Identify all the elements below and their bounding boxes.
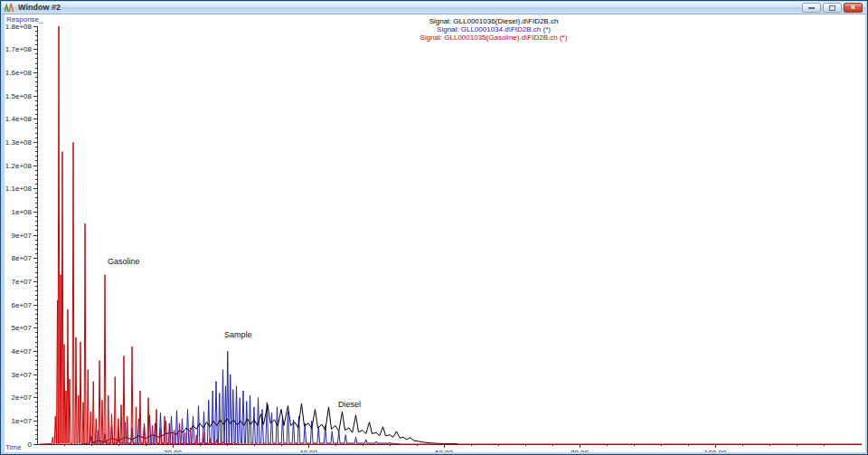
legend-signal-3: Signal: GLL0001035(Gasoline).d\FID2B.ch … bbox=[313, 33, 675, 42]
y-tick-label: 9e+07 bbox=[12, 232, 33, 240]
peak-label-sample: Sample bbox=[224, 330, 252, 339]
y-tick-label: 1.7e+08 bbox=[5, 45, 33, 53]
minimize-icon bbox=[808, 7, 815, 9]
legend-signal-2: Signal: GLL0001034.d\FID2B.ch (*) bbox=[313, 25, 675, 33]
y-tick-label: 5e+07 bbox=[12, 324, 33, 332]
y-tick-label: 1e+08 bbox=[12, 208, 33, 216]
y-tick-label: 1.5e+08 bbox=[5, 92, 33, 100]
x-tick-label: 40.00 bbox=[299, 449, 318, 452]
minimize-button[interactable] bbox=[802, 3, 821, 13]
peak-label-diesel: Diesel bbox=[338, 400, 361, 409]
window-title: Window #2 bbox=[18, 2, 802, 14]
mdi-child-window: Window #2 × 01e+072e+073e+074e+075e+076e… bbox=[0, 0, 868, 455]
x-tick-label: 80.00 bbox=[571, 449, 590, 452]
y-tick-label: 8e+07 bbox=[12, 254, 33, 262]
peak-label-gasoline: Gasoline bbox=[108, 257, 140, 266]
x-axis-title: Time bbox=[5, 443, 23, 451]
trace-gasoline bbox=[40, 26, 862, 444]
close-icon: × bbox=[851, 4, 855, 12]
y-tick-label: 7e+07 bbox=[12, 278, 33, 286]
maximize-button[interactable] bbox=[823, 3, 842, 13]
signal-legend: Signal: GLL0001036(Diesel).d\FID2B.chSig… bbox=[313, 17, 675, 42]
y-axis-title: Response_ bbox=[6, 15, 42, 24]
y-tick-label: 1e+07 bbox=[12, 417, 33, 425]
x-tick-label: 20.00 bbox=[164, 449, 183, 452]
y-tick-label: 0 bbox=[28, 441, 33, 449]
x-tick-label: 60.00 bbox=[435, 449, 454, 452]
y-tick-label: 6e+07 bbox=[12, 301, 33, 309]
y-tick-label: 1.6e+08 bbox=[5, 69, 33, 77]
y-tick-label: 3e+07 bbox=[12, 371, 33, 379]
y-tick-label: 4e+07 bbox=[12, 347, 33, 355]
chromatogram-peaks-icon[interactable] bbox=[5, 3, 14, 13]
x-tick-label: 100.00 bbox=[704, 449, 727, 452]
y-tick-label: 1.3e+08 bbox=[5, 138, 33, 147]
title-bar[interactable]: Window #2 × bbox=[2, 2, 866, 14]
close-button[interactable]: × bbox=[844, 3, 863, 13]
window-controls: × bbox=[802, 3, 863, 13]
y-tick-label: 1.1e+08 bbox=[5, 185, 33, 193]
y-tick-label: 2e+07 bbox=[12, 393, 33, 402]
trace-diesel bbox=[91, 403, 458, 444]
trace-sample bbox=[81, 351, 401, 444]
chart-area: 01e+072e+073e+074e+075e+076e+077e+078e+0… bbox=[5, 14, 865, 452]
legend-signal-1: Signal: GLL0001036(Diesel).d\FID2B.ch bbox=[313, 17, 675, 25]
y-tick-label: 1.2e+08 bbox=[5, 162, 33, 170]
plot-canvas[interactable]: 01e+072e+073e+074e+075e+076e+077e+078e+0… bbox=[5, 14, 865, 452]
maximize-icon bbox=[829, 5, 835, 11]
y-tick-label: 1.4e+08 bbox=[5, 115, 33, 123]
